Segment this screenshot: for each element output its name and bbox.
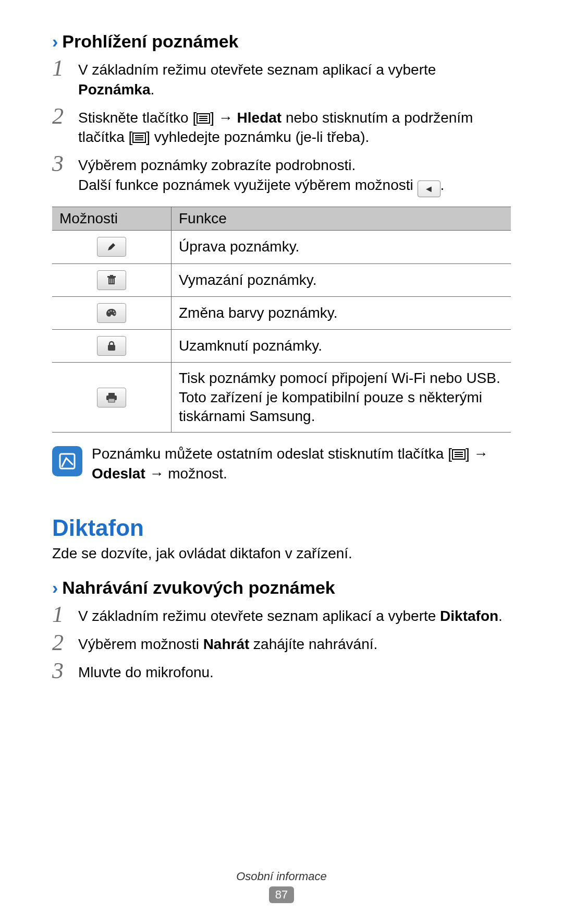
- text: ] →: [210, 110, 237, 126]
- footer-section-label: Osobní informace: [0, 870, 563, 883]
- text: zahájíte nahrávání.: [249, 636, 377, 652]
- step-number: 2: [52, 105, 78, 128]
- text: Výběrem poznámky zobrazíte podrobnosti.: [78, 155, 444, 175]
- page-footer: Osobní informace 87: [0, 870, 563, 903]
- svg-rect-18: [108, 345, 115, 351]
- option-icon-cell: [52, 363, 172, 433]
- svg-point-15: [111, 310, 112, 312]
- note-icon: [52, 446, 82, 476]
- section-heading-viewing-notes: › Prohlížení poznámek: [52, 31, 511, 52]
- col-function: Funkce: [172, 207, 511, 231]
- step-number: 1: [52, 57, 78, 80]
- note-callout: Poznámku můžete ostatním odeslat stisknu…: [52, 444, 511, 484]
- palette-icon: [97, 303, 126, 323]
- note-text: Poznámku můžete ostatním odeslat stisknu…: [92, 444, 511, 484]
- page-title-diktafon: Diktafon: [52, 515, 511, 541]
- option-desc: Uzamknutí poznámky.: [172, 329, 511, 362]
- section-heading-label: Prohlížení poznámek: [62, 31, 238, 52]
- text: V základním režimu otevřete seznam aplik…: [78, 608, 440, 624]
- step-number: 1: [52, 603, 78, 626]
- intro-text: Zde se dozvíte, jak ovládat diktafon v z…: [52, 545, 511, 562]
- menu-icon: [197, 113, 210, 124]
- text: → možnost.: [145, 465, 227, 482]
- text: .: [151, 81, 155, 98]
- bold-text: Odeslat: [92, 465, 145, 482]
- table-row: Uzamknutí poznámky.: [52, 329, 511, 362]
- svg-point-14: [108, 311, 110, 313]
- app-name: Poznámka: [78, 81, 151, 98]
- step-3: 3 Mluvte do mikrofonu.: [52, 659, 511, 682]
- lock-icon: [97, 336, 126, 356]
- option-desc: Úprava poznámky.: [172, 231, 511, 263]
- step-2: 2 Stiskněte tlačítko [] → Hledat nebo st…: [52, 105, 511, 148]
- step-number: 3: [52, 659, 78, 682]
- chevron-right-icon: ›: [52, 578, 58, 598]
- step-number: 3: [52, 152, 78, 175]
- text: Výběrem možnosti: [78, 636, 203, 652]
- table-header-row: Možnosti Funkce: [52, 207, 511, 231]
- steps-viewing-notes: 1 V základním režimu otevřete seznam apl…: [52, 57, 511, 197]
- print-icon: [97, 388, 126, 407]
- bold-text: Hledat: [237, 110, 282, 126]
- text: Stiskněte tlačítko [: [78, 110, 197, 126]
- steps-recording: 1 V základním režimu otevřete seznam apl…: [52, 603, 511, 682]
- svg-rect-12: [111, 279, 112, 283]
- table-row: Vymazání poznámky.: [52, 263, 511, 296]
- menu-icon: [452, 449, 466, 460]
- text: ] →: [466, 446, 488, 462]
- pencil-icon: [97, 237, 126, 257]
- text: V základním režimu otevřete seznam aplik…: [78, 62, 436, 78]
- text-line: Další funkce poznámek využijete výběrem …: [78, 175, 444, 197]
- section-heading-label: Nahrávání zvukových poznámek: [62, 578, 335, 598]
- text: ] vyhledejte poznámku (je-li třeba).: [146, 129, 369, 145]
- step-body: Výběrem poznámky zobrazíte podrobnosti. …: [78, 152, 444, 197]
- option-icon-cell: [52, 329, 172, 362]
- svg-rect-10: [110, 275, 113, 276]
- section-heading-recording: › Nahrávání zvukových poznámek: [52, 578, 511, 598]
- table-row: Změna barvy poznámky.: [52, 296, 511, 329]
- svg-rect-21: [108, 399, 115, 402]
- arrow-left-icon: ◄: [418, 181, 440, 197]
- page-number: 87: [269, 886, 294, 903]
- text: Další funkce poznámek využijete výběrem …: [78, 177, 418, 193]
- trash-icon: [97, 270, 126, 290]
- bold-text: Nahrát: [203, 636, 250, 652]
- option-desc: Změna barvy poznámky.: [172, 296, 511, 329]
- step-body: Stiskněte tlačítko [] → Hledat nebo stis…: [78, 105, 511, 148]
- options-table: Možnosti Funkce Úprava poznámky.: [52, 207, 511, 433]
- table-row: Tisk poznámky pomocí připojení Wi-Fi neb…: [52, 363, 511, 433]
- text: Poznámku můžete ostatním odeslat stisknu…: [92, 446, 452, 462]
- svg-point-17: [114, 313, 116, 315]
- svg-rect-11: [109, 279, 111, 283]
- option-icon-cell: [52, 231, 172, 263]
- option-icon-cell: [52, 263, 172, 296]
- step-number: 2: [52, 631, 78, 654]
- svg-rect-19: [108, 393, 115, 395]
- step-body: V základním režimu otevřete seznam aplik…: [78, 603, 503, 626]
- svg-rect-13: [113, 279, 114, 283]
- text: .: [498, 608, 503, 624]
- svg-point-16: [113, 311, 115, 313]
- option-desc: Vymazání poznámky.: [172, 263, 511, 296]
- option-icon-cell: [52, 296, 172, 329]
- step-body: Mluvte do mikrofonu.: [78, 659, 214, 682]
- option-desc: Tisk poznámky pomocí připojení Wi-Fi neb…: [172, 363, 511, 433]
- step-3: 3 Výběrem poznámky zobrazíte podrobnosti…: [52, 152, 511, 197]
- step-2: 2 Výběrem možnosti Nahrát zahájíte nahrá…: [52, 631, 511, 654]
- step-1: 1 V základním režimu otevřete seznam apl…: [52, 603, 511, 626]
- col-options: Možnosti: [52, 207, 172, 231]
- chevron-right-icon: ›: [52, 31, 58, 52]
- text: .: [440, 177, 445, 193]
- svg-rect-9: [107, 276, 116, 278]
- manual-page: › Prohlížení poznámek 1 V základním reži…: [0, 0, 563, 924]
- table-row: Úprava poznámky.: [52, 231, 511, 263]
- app-name: Diktafon: [440, 608, 498, 624]
- step-1: 1 V základním režimu otevřete seznam apl…: [52, 57, 511, 100]
- step-body: V základním režimu otevřete seznam aplik…: [78, 57, 511, 100]
- menu-icon: [132, 133, 146, 143]
- step-body: Výběrem možnosti Nahrát zahájíte nahrává…: [78, 631, 377, 654]
